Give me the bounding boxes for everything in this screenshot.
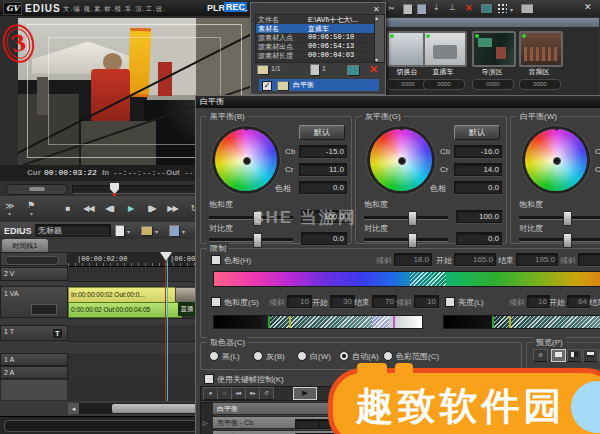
luma-limit-gradient-bar[interactable]	[443, 315, 600, 329]
white-saturation-slider[interactable]	[519, 216, 600, 220]
timeline-scale-slider[interactable]	[5, 256, 59, 265]
black-cr-field[interactable]: 11.0	[299, 163, 347, 176]
bin-clip-thumb-2[interactable]	[423, 31, 467, 67]
preview-attach-icon[interactable]: ⊘	[533, 349, 548, 362]
shuttle-thumb[interactable]	[29, 187, 45, 191]
black-contrast-slider[interactable]	[209, 238, 293, 242]
bin-clip-label-3[interactable]: 导演区	[469, 67, 515, 77]
expand-icon[interactable]: ▷	[203, 419, 208, 426]
delete-icon[interactable]: ✕	[465, 3, 473, 13]
capture-icon[interactable]	[481, 4, 493, 14]
scroll-up-icon[interactable]: ▴	[375, 14, 378, 21]
gray-contrast-slider[interactable]	[364, 238, 448, 242]
plr-mode-button[interactable]: PLR	[207, 3, 225, 13]
rewind-button[interactable]: ◀◀	[79, 201, 98, 216]
hue-start-field[interactable]: 165.0	[454, 253, 496, 266]
preview-full-icon[interactable]	[551, 349, 566, 362]
sat-end-field[interactable]: 70	[372, 295, 397, 308]
white-saturation-thumb[interactable]	[563, 211, 572, 226]
hue-limit-gradient-bar[interactable]	[213, 271, 600, 287]
white-contrast-slider[interactable]	[519, 238, 600, 242]
bin-clip-thumb-4[interactable]	[519, 31, 563, 67]
black-cb-field[interactable]: -15.0	[299, 145, 347, 158]
popup-close-button[interactable]: ✕	[373, 5, 380, 14]
new-project-icon[interactable]	[115, 225, 125, 237]
view-caret-icon[interactable]: ▾	[510, 6, 513, 13]
gray-cr-field[interactable]: 14.0	[454, 163, 502, 176]
preview-split-v-icon[interactable]	[567, 349, 582, 362]
marker-button[interactable]: ⚑	[27, 200, 35, 210]
gray-contrast-field[interactable]: 0.0	[456, 232, 502, 245]
folder-icon[interactable]	[257, 65, 269, 75]
gray-saturation-thumb[interactable]	[408, 211, 417, 226]
dialog-titlebar[interactable]: 白平衡	[196, 96, 600, 108]
audio-sub-icons[interactable]	[31, 304, 57, 315]
gray-default-button[interactable]: 默认	[454, 125, 500, 140]
marker-caret-icon[interactable]: ▾	[30, 210, 33, 217]
sat-limit-checkbox[interactable]	[211, 297, 221, 307]
hue-end-field[interactable]: 195.0	[516, 253, 558, 266]
paste-icon[interactable]	[417, 4, 427, 15]
clip-video-thumbnail[interactable]	[175, 287, 197, 303]
bin-clip-label-2[interactable]: 直播车	[420, 67, 466, 77]
save-project-caret-icon[interactable]: ▾	[182, 228, 185, 235]
shuttle-control[interactable]	[6, 184, 68, 195]
picker-gray-radio[interactable]	[253, 351, 263, 361]
sat-limit-gradient-bar[interactable]	[213, 315, 423, 329]
kf-prev-icon[interactable]: ◂●	[231, 387, 246, 400]
cut-icon[interactable]: ✂	[388, 4, 395, 13]
project-title-field[interactable]: 无标题	[35, 224, 111, 237]
track-header-1a[interactable]: 1 A	[0, 353, 68, 366]
remove-icon[interactable]: ✕	[369, 63, 378, 76]
kf-cb-value-1[interactable]	[295, 419, 321, 429]
track-header-1va[interactable]: 1 VA	[0, 286, 68, 318]
gray-hue-field[interactable]: 0.0	[454, 181, 502, 194]
add-to-timeline-icon[interactable]: ⇣	[433, 3, 440, 12]
timeline-clip-video[interactable]: In:00:00:00:02 Out:00:0...	[68, 287, 179, 303]
black-contrast-field[interactable]: 0.0	[301, 232, 347, 245]
hue-slope2-field[interactable]	[578, 253, 600, 266]
copy-icon[interactable]	[403, 4, 413, 15]
luma-limit-checkbox[interactable]	[445, 297, 455, 307]
picker-black-radio[interactable]	[209, 351, 219, 361]
sat-start-field[interactable]: 30	[330, 295, 355, 308]
playhead-line[interactable]	[165, 260, 166, 401]
keyframe-control-checkbox[interactable]	[204, 374, 214, 384]
gray-balance-color-wheel[interactable]	[370, 129, 432, 191]
bin-close-button[interactable]: ✕	[584, 2, 592, 12]
open-project-icon[interactable]	[141, 226, 153, 236]
play-button[interactable]: ▶	[121, 201, 140, 216]
track-header-1t[interactable]: 1 T T	[0, 325, 68, 341]
black-default-button[interactable]: 默认	[299, 125, 345, 140]
view-grid-icon[interactable]	[497, 3, 507, 13]
hue-limit-checkbox[interactable]	[211, 255, 221, 265]
fast-forward-button[interactable]: ▶▶	[163, 201, 182, 216]
kf-remove-icon[interactable]: ○	[217, 387, 232, 400]
clip-doc-icon[interactable]	[310, 64, 320, 76]
sat-slope-field[interactable]: 10	[287, 295, 312, 308]
gray-saturation-slider[interactable]	[364, 216, 448, 220]
luma-start-field[interactable]: 64	[567, 295, 590, 308]
white-contrast-thumb[interactable]	[563, 233, 572, 248]
black-contrast-thumb[interactable]	[253, 233, 262, 248]
hue-slope-field[interactable]: 18.0	[394, 253, 432, 266]
picker-auto-radio[interactable]	[339, 351, 349, 361]
picker-white-radio[interactable]	[297, 351, 307, 361]
step-forward-button[interactable]: ▮▶	[142, 201, 161, 216]
step-back-button[interactable]: ◀▮	[100, 201, 119, 216]
properties-scrollbar[interactable]: ▴ ▾	[374, 14, 385, 63]
stop-button[interactable]: ■	[58, 201, 77, 216]
new-project-caret-icon[interactable]: ▾	[127, 228, 130, 235]
luma-slope-field[interactable]: 16	[527, 295, 550, 308]
kf-reset-icon[interactable]: ↺	[259, 387, 274, 400]
player-minimize-button[interactable]: _	[243, 1, 248, 11]
jump-caret-icon[interactable]: ▾	[8, 210, 11, 217]
bin-clip-thumb-3[interactable]	[472, 31, 516, 67]
print-icon[interactable]	[521, 4, 534, 14]
gray-cb-field[interactable]: -16.0	[454, 145, 502, 158]
playhead-triangle[interactable]	[160, 252, 172, 261]
set-in-icon[interactable]: ⊥	[449, 3, 456, 12]
kf-add-icon[interactable]: ●	[203, 387, 218, 400]
filter-list-item[interactable]: ✓ 白平衡	[259, 79, 379, 91]
player-menu-bar[interactable]: 文.编.视.素.标.模.采.渲.工.设.	[63, 5, 166, 14]
